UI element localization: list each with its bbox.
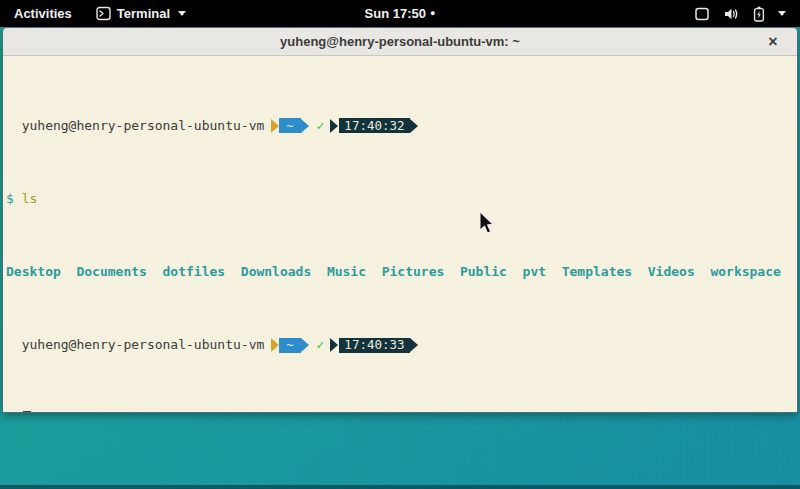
clock-button[interactable]: Sun 17:50●: [365, 6, 436, 21]
terminal-content[interactable]: yuheng@henry-personal-ubuntu-vm ~ ✓ 17:4…: [3, 56, 797, 413]
prompt-cwd-segment: ~: [279, 338, 300, 353]
ls-output: Desktop Documents dotfiles Downloads Mus…: [6, 265, 794, 280]
text-cursor: [23, 411, 31, 413]
powerline-arrow-icon: [301, 119, 309, 133]
window-titlebar[interactable]: yuheng@henry-personal-ubuntu-vm: ~ ×: [3, 28, 797, 56]
app-menu-terminal[interactable]: Terminal: [86, 0, 196, 27]
close-button[interactable]: ×: [763, 32, 783, 52]
status-check-icon: ✓: [317, 338, 325, 353]
powerline-arrow-icon: [271, 338, 279, 352]
powerline-arrow-icon: [301, 338, 309, 352]
prompt-line: yuheng@henry-personal-ubuntu-vm ~ ✓ 17:4…: [6, 338, 794, 353]
powerline-arrow-icon: [410, 338, 418, 352]
indent: [6, 338, 22, 353]
chevron-down-icon: [778, 11, 786, 16]
app-menu-label: Terminal: [117, 6, 170, 21]
battery-charging-icon: [753, 6, 765, 22]
prompt-time-segment: 17:40:33: [339, 338, 409, 353]
powerline-arrow-icon: [330, 119, 338, 133]
screen-icon: [694, 7, 710, 21]
window-title: yuheng@henry-personal-ubuntu-vm: ~: [280, 34, 520, 49]
chevron-down-icon: [178, 11, 186, 16]
prompt-user-host: yuheng@henry-personal-ubuntu-vm: [22, 119, 265, 134]
terminal-icon: [96, 6, 111, 21]
powerline-arrow-icon: [330, 338, 338, 352]
command-line: $ ls: [6, 192, 794, 207]
top-bar: Activities Terminal Sun 17:50●: [0, 0, 800, 27]
clock-label: Sun 17:50: [365, 6, 426, 21]
typed-command: ls: [22, 191, 38, 206]
activities-button[interactable]: Activities: [0, 0, 86, 27]
powerline-arrow-icon: [410, 119, 418, 133]
prompt-symbol: $: [6, 410, 14, 413]
space: [14, 191, 22, 206]
system-status-area[interactable]: [680, 0, 800, 27]
space: [14, 410, 22, 413]
prompt-symbol: $: [6, 191, 14, 206]
prompt-line: yuheng@henry-personal-ubuntu-vm ~ ✓ 17:4…: [6, 118, 794, 133]
powerline-arrow-icon: [271, 119, 279, 133]
indent: [6, 119, 22, 134]
volume-icon: [723, 7, 740, 21]
notification-dot: ●: [430, 8, 435, 18]
prompt-time-segment: 17:40:32: [339, 118, 409, 133]
input-line[interactable]: $: [6, 411, 794, 413]
status-check-icon: ✓: [317, 119, 325, 134]
prompt-cwd-segment: ~: [279, 118, 300, 133]
prompt-user-host: yuheng@henry-personal-ubuntu-vm: [22, 338, 265, 353]
terminal-window: yuheng@henry-personal-ubuntu-vm: ~ × yuh…: [2, 27, 798, 413]
